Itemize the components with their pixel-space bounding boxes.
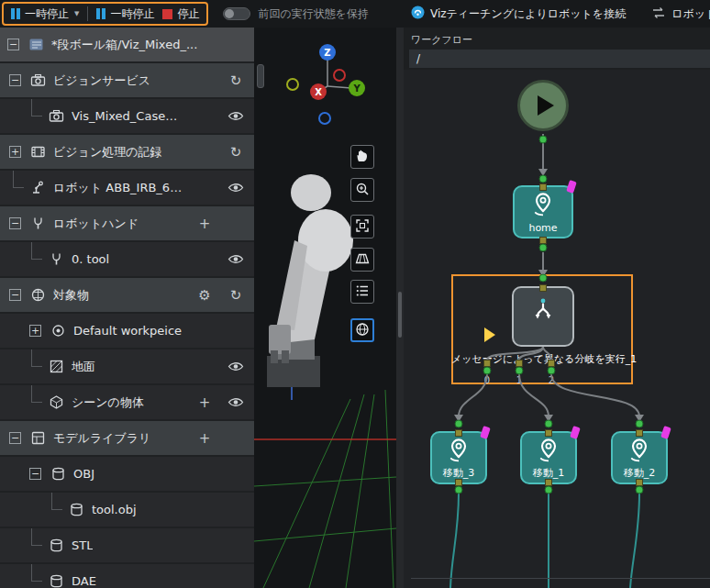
collapse-icon[interactable]: −: [7, 39, 19, 50]
branch-port-1[interactable]: 1: [513, 376, 526, 385]
robot-model: [267, 174, 353, 387]
globe-view-button[interactable]: [350, 318, 374, 342]
axis-x-ball[interactable]: X: [310, 83, 327, 100]
tree-item-13[interactable]: tool.obj: [0, 493, 254, 527]
tool-icon: [48, 251, 64, 268]
perspective-button[interactable]: [350, 248, 374, 272]
orientation-gizmo[interactable]: Z Y X: [254, 28, 373, 133]
sync-robot-button[interactable]: ロボットを同期させる: [651, 6, 710, 22]
tool-tag-icon: [566, 180, 577, 194]
tree-item-0[interactable]: −*段ボール箱/Viz_Mixed_...: [0, 28, 254, 61]
tree-item-5[interactable]: −ロボットハンド+: [0, 206, 254, 240]
node-move-2-label: 移動_2: [613, 466, 666, 480]
tree-item-14[interactable]: STL: [0, 528, 254, 562]
node-move-3-label: 移動_3: [432, 466, 485, 480]
top-toolbar: 一時停止 ▼ 一時停止 停止 前回の実行状態を保持 Vizティーチングによりロボ…: [0, 0, 710, 28]
chevron-down-icon[interactable]: ▼: [74, 10, 79, 17]
tree-item-8[interactable]: +Default workpeice: [0, 314, 254, 348]
tree-item-6[interactable]: 0. tool: [0, 242, 254, 276]
pause-icon: [96, 8, 105, 19]
eye-icon[interactable]: [227, 110, 245, 122]
zoom-tool-button[interactable]: [350, 178, 374, 202]
panel-splitter[interactable]: [396, 28, 404, 588]
tree-branch-line: [13, 171, 24, 188]
workflow-breadcrumb[interactable]: /: [409, 50, 710, 68]
tree-item-15[interactable]: DAE: [0, 564, 254, 588]
scene-tree: −*段ボール箱/Viz_Mixed_...−ビジョンサービス↻Vis_Mixed…: [0, 28, 254, 588]
workflow-start-button[interactable]: [517, 80, 569, 131]
node-home-label: home: [515, 222, 571, 234]
tree-item-4[interactable]: ロボット ABB_IRB_670...: [0, 171, 254, 205]
expand-icon[interactable]: +: [29, 325, 41, 337]
collapse-icon[interactable]: −: [9, 217, 21, 229]
pan-tool-button[interactable]: [350, 145, 374, 169]
play-icon: [538, 95, 554, 116]
eye-icon[interactable]: [227, 361, 245, 372]
tree-item-label: DAE: [72, 574, 96, 588]
tool-tag-icon: [570, 426, 581, 439]
node-branch[interactable]: [512, 286, 574, 347]
viewport-scrollbar[interactable]: [257, 64, 264, 88]
perspective-icon: [355, 251, 370, 269]
pause-button-primary[interactable]: 一時停止 ▼: [11, 6, 79, 22]
node-move-1[interactable]: 移動_1: [520, 431, 577, 484]
collapse-icon[interactable]: −: [29, 468, 41, 480]
axis-z-ball[interactable]: Z: [319, 44, 336, 61]
gear-icon[interactable]: ⚙: [195, 287, 214, 304]
eye-icon[interactable]: [227, 396, 245, 408]
tree-item-label: 地面: [72, 359, 95, 375]
tree-item-9[interactable]: 地面: [0, 349, 254, 383]
tree-item-label: モデルライブラリ: [53, 430, 150, 447]
move-pin-icon: [535, 436, 562, 466]
branch-icon: [528, 295, 558, 327]
stop-button[interactable]: 停止: [162, 6, 199, 22]
eye-icon[interactable]: [227, 253, 245, 265]
tree-item-2[interactable]: Vis_Mixed_Case_...: [0, 99, 254, 133]
axis-neg-z-ball[interactable]: [318, 112, 331, 125]
plus-icon[interactable]: +: [195, 394, 214, 411]
branch-port-0[interactable]: 0: [481, 376, 494, 385]
3d-viewport[interactable]: Z Y X: [254, 28, 396, 588]
eye-icon[interactable]: [227, 182, 245, 194]
tree-item-11[interactable]: −モデルライブラリ+: [0, 421, 254, 455]
node-move-2[interactable]: 移動_2: [611, 431, 668, 484]
camera-icon: [29, 72, 46, 89]
fit-view-button[interactable]: [350, 215, 374, 239]
axis-y-ball[interactable]: Y: [349, 80, 365, 96]
cylinder-icon: [48, 538, 64, 554]
tree-item-label: ビジョンサービス: [53, 72, 150, 89]
scrollbar-handle[interactable]: [398, 292, 402, 338]
tree-item-label: ロボットハンド: [53, 216, 139, 232]
list-icon: [355, 283, 370, 301]
branch-port-2[interactable]: 2: [545, 376, 558, 385]
collapse-icon[interactable]: −: [9, 432, 21, 444]
tree-item-1[interactable]: −ビジョンサービス↻: [0, 63, 254, 97]
refresh-icon[interactable]: ↻: [227, 72, 245, 89]
collapse-icon[interactable]: −: [9, 289, 21, 301]
refresh-icon[interactable]: ↻: [227, 144, 245, 161]
display-list-button[interactable]: [350, 280, 374, 304]
plus-icon[interactable]: +: [195, 430, 214, 447]
tree-item-label: 対象物: [53, 287, 89, 304]
node-move-3[interactable]: 移動_3: [430, 431, 487, 484]
workflow-canvas[interactable]: home メッセージによって異なる分岐を実行_1 0 1 2 移動_3 移動_1: [404, 70, 710, 588]
connect-robot-button[interactable]: Vizティーチングによりロボットを接続: [411, 6, 626, 22]
tree-item-10[interactable]: シーンの物体+: [0, 385, 254, 419]
axis-neg-y-ball[interactable]: [286, 78, 299, 91]
node-home[interactable]: home: [513, 185, 573, 239]
collapse-icon[interactable]: −: [9, 74, 21, 86]
expand-icon[interactable]: +: [9, 146, 21, 158]
current-step-marker-icon: [484, 327, 495, 342]
tree-item-3[interactable]: +ビジョン処理の記録↻: [0, 135, 254, 169]
pause-button-secondary[interactable]: 一時停止: [96, 6, 154, 22]
keep-state-toggle[interactable]: [223, 7, 250, 20]
library-icon: [29, 430, 46, 447]
tree-item-label: Default workpeice: [73, 324, 182, 338]
axis-neg-x-ball[interactable]: [333, 69, 346, 82]
panel-divider: [411, 578, 710, 579]
tree-item-12[interactable]: −OBJ: [0, 457, 254, 491]
tree-item-7[interactable]: −対象物⚙↻: [0, 278, 254, 312]
tree-branch-line: [51, 493, 62, 510]
plus-icon[interactable]: +: [195, 216, 214, 232]
refresh-icon[interactable]: ↻: [227, 287, 245, 304]
